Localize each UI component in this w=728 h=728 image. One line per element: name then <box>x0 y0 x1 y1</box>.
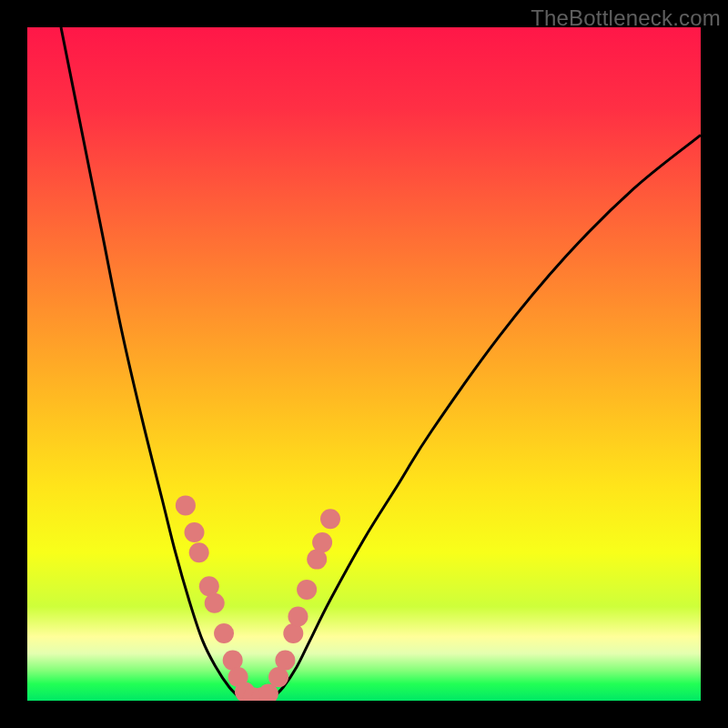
marker-dot <box>288 607 308 627</box>
marker-dot <box>189 542 209 562</box>
marker-dot <box>185 522 205 542</box>
marker-dot <box>176 495 196 515</box>
marker-dot <box>214 623 234 643</box>
watermark-text: TheBottleneck.com <box>531 5 721 31</box>
curves-layer <box>27 27 701 701</box>
marker-dot <box>312 532 332 552</box>
marker-dot <box>283 623 303 643</box>
highlighted-points <box>176 495 340 701</box>
marker-dot <box>320 509 340 529</box>
plot-area <box>27 27 701 701</box>
marker-dot <box>297 580 317 600</box>
marker-dot <box>275 651 295 671</box>
chart-frame: TheBottleneck.com <box>0 0 728 728</box>
right-curve <box>269 135 701 701</box>
marker-dot <box>205 593 225 613</box>
